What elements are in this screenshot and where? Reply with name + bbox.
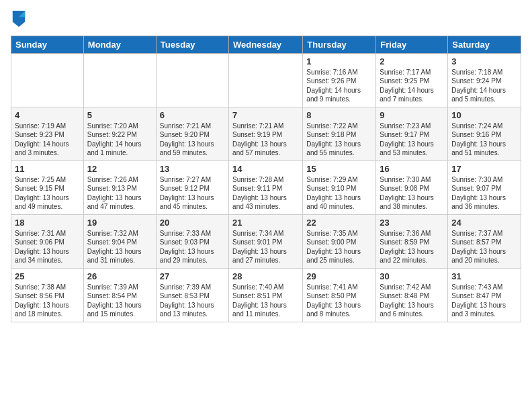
page-header xyxy=(11,11,521,30)
day-info: Sunrise: 7:39 AM Sunset: 8:54 PM Dayligh… xyxy=(87,283,152,319)
calendar-header-cell: Wednesday xyxy=(229,36,303,53)
day-info: Sunrise: 7:32 AM Sunset: 9:04 PM Dayligh… xyxy=(87,229,152,265)
day-info: Sunrise: 7:21 AM Sunset: 9:19 PM Dayligh… xyxy=(232,122,299,158)
day-number: 26 xyxy=(87,271,152,281)
calendar-day-cell: 1Sunrise: 7:16 AM Sunset: 9:26 PM Daylig… xyxy=(303,53,376,107)
day-number: 4 xyxy=(15,110,80,120)
day-number: 27 xyxy=(160,271,225,281)
calendar-header-cell: Saturday xyxy=(448,36,521,53)
day-info: Sunrise: 7:27 AM Sunset: 9:12 PM Dayligh… xyxy=(160,175,225,212)
calendar-day-cell: 5Sunrise: 7:20 AM Sunset: 9:22 PM Daylig… xyxy=(83,107,156,161)
day-number: 7 xyxy=(232,110,299,120)
logo xyxy=(11,11,27,30)
day-info: Sunrise: 7:42 AM Sunset: 8:48 PM Dayligh… xyxy=(380,283,444,319)
day-number: 25 xyxy=(15,271,80,281)
calendar-day-cell: 15Sunrise: 7:29 AM Sunset: 9:10 PM Dayli… xyxy=(303,161,376,214)
day-number: 6 xyxy=(160,110,225,120)
day-info: Sunrise: 7:40 AM Sunset: 8:51 PM Dayligh… xyxy=(232,283,299,319)
calendar-day-cell: 11Sunrise: 7:25 AM Sunset: 9:15 PM Dayli… xyxy=(11,161,84,214)
calendar-header-cell: Sunday xyxy=(11,36,84,53)
calendar-day-cell: 28Sunrise: 7:40 AM Sunset: 8:51 PM Dayli… xyxy=(229,268,303,322)
calendar-day-cell: 19Sunrise: 7:32 AM Sunset: 9:04 PM Dayli… xyxy=(83,214,156,268)
day-info: Sunrise: 7:34 AM Sunset: 9:01 PM Dayligh… xyxy=(232,229,299,265)
day-info: Sunrise: 7:26 AM Sunset: 9:13 PM Dayligh… xyxy=(87,175,152,212)
day-number: 2 xyxy=(380,56,444,66)
day-info: Sunrise: 7:21 AM Sunset: 9:20 PM Dayligh… xyxy=(160,122,225,158)
calendar-day-cell: 27Sunrise: 7:39 AM Sunset: 8:53 PM Dayli… xyxy=(156,268,228,322)
day-info: Sunrise: 7:38 AM Sunset: 8:56 PM Dayligh… xyxy=(15,283,80,319)
day-number: 15 xyxy=(306,164,372,174)
calendar-day-cell xyxy=(156,53,228,107)
day-info: Sunrise: 7:24 AM Sunset: 9:16 PM Dayligh… xyxy=(451,122,517,158)
calendar-day-cell: 21Sunrise: 7:34 AM Sunset: 9:01 PM Dayli… xyxy=(229,214,303,268)
day-number: 28 xyxy=(232,271,299,281)
day-number: 30 xyxy=(380,271,444,281)
calendar-header-cell: Monday xyxy=(83,36,156,53)
day-number: 9 xyxy=(380,110,444,120)
day-info: Sunrise: 7:43 AM Sunset: 8:47 PM Dayligh… xyxy=(451,283,517,319)
calendar-week-row: 25Sunrise: 7:38 AM Sunset: 8:56 PM Dayli… xyxy=(11,268,521,322)
calendar-header-cell: Friday xyxy=(376,36,448,53)
day-info: Sunrise: 7:20 AM Sunset: 9:22 PM Dayligh… xyxy=(87,122,152,158)
day-number: 18 xyxy=(15,218,80,228)
calendar-day-cell: 2Sunrise: 7:17 AM Sunset: 9:25 PM Daylig… xyxy=(376,53,448,107)
day-number: 1 xyxy=(306,56,372,66)
day-info: Sunrise: 7:29 AM Sunset: 9:10 PM Dayligh… xyxy=(306,175,372,212)
calendar-day-cell xyxy=(83,53,156,107)
calendar-day-cell: 30Sunrise: 7:42 AM Sunset: 8:48 PM Dayli… xyxy=(376,268,448,322)
calendar-day-cell: 6Sunrise: 7:21 AM Sunset: 9:20 PM Daylig… xyxy=(156,107,228,161)
calendar-day-cell: 12Sunrise: 7:26 AM Sunset: 9:13 PM Dayli… xyxy=(83,161,156,214)
calendar-day-cell: 9Sunrise: 7:23 AM Sunset: 9:17 PM Daylig… xyxy=(376,107,448,161)
calendar-week-row: 11Sunrise: 7:25 AM Sunset: 9:15 PM Dayli… xyxy=(11,161,521,214)
day-info: Sunrise: 7:33 AM Sunset: 9:03 PM Dayligh… xyxy=(160,229,225,265)
day-info: Sunrise: 7:35 AM Sunset: 9:00 PM Dayligh… xyxy=(306,229,372,265)
calendar-day-cell: 20Sunrise: 7:33 AM Sunset: 9:03 PM Dayli… xyxy=(156,214,228,268)
day-info: Sunrise: 7:22 AM Sunset: 9:18 PM Dayligh… xyxy=(306,122,372,158)
calendar-day-cell: 31Sunrise: 7:43 AM Sunset: 8:47 PM Dayli… xyxy=(448,268,521,322)
calendar-day-cell: 23Sunrise: 7:36 AM Sunset: 8:59 PM Dayli… xyxy=(376,214,448,268)
day-info: Sunrise: 7:31 AM Sunset: 9:06 PM Dayligh… xyxy=(15,229,80,265)
day-number: 12 xyxy=(87,164,152,174)
calendar-header-cell: Tuesday xyxy=(156,36,228,53)
day-number: 29 xyxy=(306,271,372,281)
day-info: Sunrise: 7:16 AM Sunset: 9:26 PM Dayligh… xyxy=(306,68,372,104)
day-number: 3 xyxy=(451,56,517,66)
day-info: Sunrise: 7:28 AM Sunset: 9:11 PM Dayligh… xyxy=(232,175,299,212)
logo-icon xyxy=(12,11,26,27)
day-info: Sunrise: 7:19 AM Sunset: 9:23 PM Dayligh… xyxy=(15,122,80,158)
day-number: 17 xyxy=(451,164,517,174)
day-number: 31 xyxy=(451,271,517,281)
calendar-day-cell: 8Sunrise: 7:22 AM Sunset: 9:18 PM Daylig… xyxy=(303,107,376,161)
calendar-day-cell xyxy=(11,53,84,107)
day-number: 20 xyxy=(160,218,225,228)
calendar-day-cell: 22Sunrise: 7:35 AM Sunset: 9:00 PM Dayli… xyxy=(303,214,376,268)
calendar-day-cell xyxy=(229,53,303,107)
day-number: 21 xyxy=(232,218,299,228)
day-number: 11 xyxy=(15,164,80,174)
day-info: Sunrise: 7:39 AM Sunset: 8:53 PM Dayligh… xyxy=(160,283,225,319)
day-info: Sunrise: 7:18 AM Sunset: 9:24 PM Dayligh… xyxy=(451,68,517,104)
day-info: Sunrise: 7:30 AM Sunset: 9:07 PM Dayligh… xyxy=(451,175,517,212)
calendar-day-cell: 13Sunrise: 7:27 AM Sunset: 9:12 PM Dayli… xyxy=(156,161,228,214)
calendar-week-row: 18Sunrise: 7:31 AM Sunset: 9:06 PM Dayli… xyxy=(11,214,521,268)
calendar-week-row: 1Sunrise: 7:16 AM Sunset: 9:26 PM Daylig… xyxy=(11,53,521,107)
calendar-day-cell: 4Sunrise: 7:19 AM Sunset: 9:23 PM Daylig… xyxy=(11,107,84,161)
day-number: 24 xyxy=(451,218,517,228)
day-number: 8 xyxy=(306,110,372,120)
calendar-day-cell: 16Sunrise: 7:30 AM Sunset: 9:08 PM Dayli… xyxy=(376,161,448,214)
calendar-day-cell: 3Sunrise: 7:18 AM Sunset: 9:24 PM Daylig… xyxy=(448,53,521,107)
day-number: 10 xyxy=(451,110,517,120)
calendar-header-row: SundayMondayTuesdayWednesdayThursdayFrid… xyxy=(11,36,521,53)
calendar-day-cell: 29Sunrise: 7:41 AM Sunset: 8:50 PM Dayli… xyxy=(303,268,376,322)
calendar-day-cell: 25Sunrise: 7:38 AM Sunset: 8:56 PM Dayli… xyxy=(11,268,84,322)
calendar-day-cell: 24Sunrise: 7:37 AM Sunset: 8:57 PM Dayli… xyxy=(448,214,521,268)
calendar-day-cell: 18Sunrise: 7:31 AM Sunset: 9:06 PM Dayli… xyxy=(11,214,84,268)
day-number: 13 xyxy=(160,164,225,174)
day-info: Sunrise: 7:36 AM Sunset: 8:59 PM Dayligh… xyxy=(380,229,444,265)
day-number: 5 xyxy=(87,110,152,120)
day-number: 23 xyxy=(380,218,444,228)
day-number: 19 xyxy=(87,218,152,228)
day-info: Sunrise: 7:23 AM Sunset: 9:17 PM Dayligh… xyxy=(380,122,444,158)
calendar-week-row: 4Sunrise: 7:19 AM Sunset: 9:23 PM Daylig… xyxy=(11,107,521,161)
calendar-day-cell: 17Sunrise: 7:30 AM Sunset: 9:07 PM Dayli… xyxy=(448,161,521,214)
